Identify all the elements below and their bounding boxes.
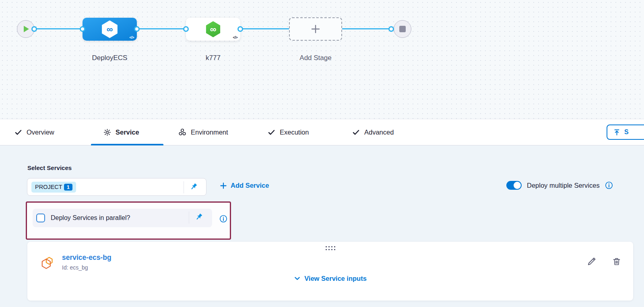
pin-icon[interactable] xyxy=(194,213,204,222)
code-badge-icon: </> xyxy=(233,35,237,39)
pencil-icon xyxy=(587,257,597,266)
drag-handle[interactable] xyxy=(326,246,335,250)
deploy-multiple-toggle-group: Deploy multiple Services xyxy=(506,181,613,190)
deploy-multiple-label: Deploy multiple Services xyxy=(527,182,600,189)
add-service-button[interactable]: Add Service xyxy=(220,182,269,189)
stage-label-deployecs: DeployECS xyxy=(83,54,137,62)
node-port xyxy=(134,26,140,32)
service-name-link[interactable]: service-ecs-bg xyxy=(62,253,111,262)
plus-icon xyxy=(220,182,227,189)
delete-service-button[interactable] xyxy=(612,257,622,267)
service-hexagon-icon xyxy=(40,255,55,272)
tab-service[interactable]: Service xyxy=(103,119,139,145)
deploy-parallel-label: Deploy Services in parallel? xyxy=(51,214,130,222)
add-stage-button[interactable] xyxy=(289,17,342,41)
tab-environment[interactable]: Environment xyxy=(178,119,228,145)
project-count-badge: 1 xyxy=(64,184,72,191)
code-badge-icon: </> xyxy=(129,35,134,39)
deploy-parallel-field: Deploy Services in parallel? xyxy=(33,209,212,227)
deploy-parallel-checkbox[interactable] xyxy=(36,214,45,222)
stop-icon xyxy=(399,26,406,32)
chevron-down-icon xyxy=(294,275,301,282)
node-port xyxy=(183,26,189,32)
environment-icon xyxy=(178,128,186,136)
stage-config-tabbar: Overview Service Environment Execution A… xyxy=(0,119,644,145)
services-multiselect-input[interactable]: PROJECT 1 xyxy=(27,178,206,196)
tab-execution[interactable]: Execution xyxy=(268,119,309,145)
stage-node-deployecs[interactable]: ∞ </> xyxy=(83,18,137,41)
project-scope-chip[interactable]: PROJECT 1 xyxy=(31,182,76,193)
docs-highlight-annotation: Deploy Services in parallel? xyxy=(26,201,231,240)
node-port xyxy=(388,26,394,32)
deploy-multiple-toggle[interactable] xyxy=(506,181,522,190)
pipeline-end-node[interactable] xyxy=(394,20,411,38)
play-icon xyxy=(24,26,29,32)
trash-icon xyxy=(612,257,621,266)
edit-service-button[interactable] xyxy=(587,257,597,267)
divider xyxy=(189,212,189,224)
connector-line xyxy=(34,28,83,29)
select-services-label: Select Services xyxy=(27,164,72,171)
pipeline-canvas[interactable]: ∞ </> ∞ </> DeployECS k777 Add Stage xyxy=(0,0,644,119)
node-port xyxy=(31,26,37,32)
plus-icon xyxy=(310,23,321,35)
info-icon[interactable] xyxy=(219,215,227,223)
pin-icon[interactable] xyxy=(189,183,199,192)
harness-stage-icon: ∞ xyxy=(101,21,119,38)
connector-line xyxy=(137,28,186,29)
divider xyxy=(184,181,184,193)
add-stage-label: Add Stage xyxy=(289,54,342,62)
check-icon xyxy=(268,129,275,136)
stage-node-k777[interactable]: ∞ </> xyxy=(186,18,240,41)
save-button[interactable]: S xyxy=(607,124,644,140)
tab-advanced[interactable]: Advanced xyxy=(352,119,394,145)
harness-stage-icon: ∞ xyxy=(205,21,221,37)
service-id-text: Id: ecs_bg xyxy=(62,264,88,271)
node-port xyxy=(237,26,243,32)
check-icon xyxy=(352,129,360,136)
tab-overview[interactable]: Overview xyxy=(14,119,54,145)
check-icon xyxy=(14,129,22,136)
service-tab-panel: Select Services PROJECT 1 Add Service De… xyxy=(0,145,644,307)
service-card: service-ecs-bg Id: ecs_bg View Service i… xyxy=(27,242,633,301)
stage-label-k777: k777 xyxy=(186,54,240,62)
view-service-inputs-link[interactable]: View Service inputs xyxy=(27,275,633,282)
info-icon[interactable] xyxy=(605,181,613,189)
gear-icon xyxy=(103,129,111,136)
node-port xyxy=(80,26,85,32)
upload-icon xyxy=(613,129,621,136)
